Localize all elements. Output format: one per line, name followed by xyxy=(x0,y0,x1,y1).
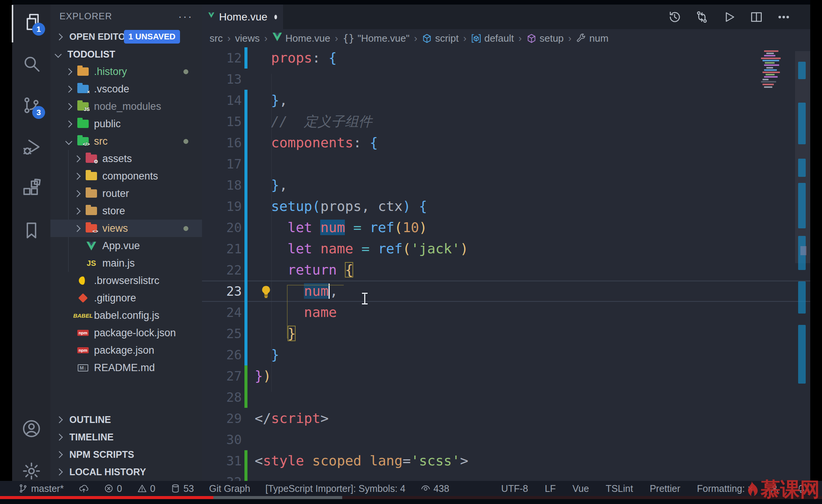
code-line-32[interactable]: 32 xyxy=(202,471,810,481)
status-view-counter[interactable]: 438 xyxy=(421,483,449,494)
activity-explorer-icon[interactable]: 1 xyxy=(12,5,50,39)
status-ts-importer-status[interactable]: [TypeScript Importer]: Symbols: 4 xyxy=(265,483,406,494)
status-prettier-status[interactable]: Prettier xyxy=(650,483,680,494)
tree-item--gitignore[interactable]: .gitignore xyxy=(50,289,202,307)
line-number[interactable]: 29 xyxy=(202,408,242,429)
line-number[interactable]: 31 xyxy=(202,450,242,471)
tree-item-router[interactable]: router xyxy=(50,185,202,202)
tree-item-babel-config-js[interactable]: BABELbabel.config.js xyxy=(50,307,202,324)
line-number[interactable]: 18 xyxy=(202,175,242,196)
status-publish-changes[interactable] xyxy=(79,484,89,493)
line-number[interactable]: 14 xyxy=(202,90,242,111)
line-number[interactable]: 26 xyxy=(202,344,242,365)
tree-item--vscode[interactable]: ×.vscode xyxy=(50,80,202,98)
tree-item--history[interactable]: .history xyxy=(50,63,202,80)
line-number[interactable]: 25 xyxy=(202,323,242,344)
code-line-20[interactable]: 20 let num = ref(10) xyxy=(202,217,810,238)
status-eol[interactable]: LF xyxy=(545,483,556,494)
breadcrumb-item-script[interactable]: script xyxy=(422,33,459,44)
breadcrumb-item-home-vue[interactable]: Home.vue xyxy=(272,32,330,45)
tree-item-package-lock-json[interactable]: npmpackage-lock.json xyxy=(50,324,202,342)
status-database-status[interactable]: 53 xyxy=(171,483,194,494)
line-number[interactable]: 17 xyxy=(202,153,242,175)
code-line-16[interactable]: 16 components: { xyxy=(202,132,810,153)
line-number[interactable]: 32 xyxy=(202,471,242,481)
project-section-header[interactable]: TODOLIST xyxy=(50,45,202,63)
video-progress-bar[interactable] xyxy=(0,496,822,499)
code-line-25[interactable]: 25 } xyxy=(202,323,810,344)
status-git-graph[interactable]: Git Graph xyxy=(209,483,250,494)
activity-search-icon[interactable] xyxy=(12,46,50,81)
status-encoding[interactable]: UTF-8 xyxy=(501,483,528,494)
code-line-12[interactable]: 12 props: { xyxy=(202,47,810,69)
breadcrumb-item-num[interactable]: num xyxy=(576,33,609,44)
tree-item-public[interactable]: public xyxy=(50,115,202,133)
open-editors-section[interactable]: OPEN EDITORS 1 UNSAVED xyxy=(50,28,202,45)
code-line-19[interactable]: 19 setup(props, ctx) { xyxy=(202,196,810,217)
lightbulb-icon[interactable] xyxy=(259,284,273,299)
tree-item-views[interactable]: <>views xyxy=(50,220,202,237)
line-number[interactable]: 24 xyxy=(202,302,242,323)
code-line-23[interactable]: 23 num, xyxy=(202,281,810,302)
code-editor[interactable]: 12 props: {1314 },15 // 定义子组件16 componen… xyxy=(202,47,810,481)
status-error-count[interactable]: 0 xyxy=(104,483,122,494)
tree-item-src[interactable]: </>src xyxy=(50,133,202,150)
code-line-13[interactable]: 13 xyxy=(202,69,810,90)
line-number[interactable]: 27 xyxy=(202,365,242,387)
code-line-24[interactable]: 24 name xyxy=(202,302,810,323)
breadcrumb-item--home-vue-[interactable]: {}"Home.vue" xyxy=(343,33,409,44)
unsaved-dot-icon[interactable] xyxy=(274,15,277,19)
code-line-30[interactable]: 30 xyxy=(202,429,810,450)
code-line-15[interactable]: 15 // 定义子组件 xyxy=(202,111,810,132)
code-line-28[interactable]: 28 xyxy=(202,387,810,408)
line-number[interactable]: 23 xyxy=(202,281,242,302)
activity-run-debug-icon[interactable] xyxy=(12,130,50,164)
tree-item-assets[interactable]: ⚙assets xyxy=(50,150,202,167)
code-line-14[interactable]: 14 }, xyxy=(202,90,810,111)
activity-extensions-icon[interactable] xyxy=(12,171,50,206)
status-git-branch-status[interactable]: master* xyxy=(18,483,64,494)
line-number[interactable]: 22 xyxy=(202,259,242,281)
editor-action-more-actions-icon[interactable] xyxy=(777,10,791,24)
code-line-22[interactable]: 22 return { xyxy=(202,259,810,281)
status-warning-count[interactable]: 0 xyxy=(137,483,155,494)
code-line-18[interactable]: 18 }, xyxy=(202,175,810,196)
explorer-more-actions-icon[interactable]: ··· xyxy=(178,10,193,23)
sidebar-section-npm-scripts[interactable]: NPM SCRIPTS xyxy=(50,446,202,463)
breadcrumb-item-setup[interactable]: setup xyxy=(526,33,564,44)
tree-item-node-modules[interactable]: JSnode_modules xyxy=(50,98,202,115)
activity-source-control-icon[interactable]: 3 xyxy=(12,88,50,123)
breadcrumb-item-src[interactable]: src xyxy=(210,33,223,44)
editor-action-split-editor-icon[interactable] xyxy=(750,10,763,24)
sidebar-section-local-history[interactable]: LOCAL HISTORY xyxy=(50,463,202,481)
code-line-26[interactable]: 26 } xyxy=(202,344,810,365)
line-number[interactable]: 19 xyxy=(202,196,242,217)
status-language-mode[interactable]: Vue xyxy=(573,483,589,494)
overview-ruler[interactable] xyxy=(795,47,810,481)
line-number[interactable]: 20 xyxy=(202,217,242,238)
breadcrumb-item-views[interactable]: views xyxy=(235,33,260,44)
sidebar-section-timeline[interactable]: TIMELINE xyxy=(50,428,202,446)
line-number[interactable]: 15 xyxy=(202,111,242,132)
tree-item-package-json[interactable]: npmpackage.json xyxy=(50,342,202,359)
activity-bookmarks-icon[interactable] xyxy=(12,213,50,248)
line-number[interactable]: 21 xyxy=(202,238,242,259)
line-number[interactable]: 16 xyxy=(202,132,242,153)
line-number[interactable]: 12 xyxy=(202,47,242,69)
line-number[interactable]: 13 xyxy=(202,69,242,90)
tree-item-main-js[interactable]: JSmain.js xyxy=(50,254,202,272)
line-number[interactable]: 30 xyxy=(202,429,242,450)
tab-home-vue[interactable]: Home.vue xyxy=(202,5,283,29)
code-line-29[interactable]: 29</script> xyxy=(202,408,810,429)
tree-item-readme-md[interactable]: M↓README.md xyxy=(50,359,202,376)
editor-action-timeline-history-icon[interactable] xyxy=(668,10,681,24)
editor-action-open-changes-icon[interactable] xyxy=(695,10,709,24)
tree-item-store[interactable]: store xyxy=(50,202,202,220)
sidebar-section-outline[interactable]: OUTLINE xyxy=(50,411,202,428)
status-tslint-status[interactable]: TSLint xyxy=(606,483,633,494)
code-line-27[interactable]: 27}) xyxy=(202,365,810,387)
activity-account-icon[interactable] xyxy=(12,411,50,446)
line-number[interactable]: 28 xyxy=(202,387,242,408)
code-line-31[interactable]: 31<style scoped lang='scss'> xyxy=(202,450,810,471)
tree-item-components[interactable]: components xyxy=(50,167,202,185)
